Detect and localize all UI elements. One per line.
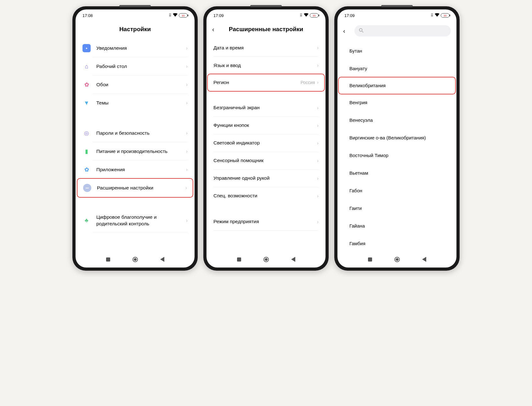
advanced-item-onehand[interactable]: Управление одной рукой › (208, 170, 324, 187)
chevron-right-icon: › (317, 219, 319, 225)
settings-item-advanced[interactable]: ••• Расширенные настройки › (77, 178, 193, 198)
nav-bar (76, 251, 195, 268)
themes-icon: ▼ (82, 99, 91, 107)
country-item[interactable]: Вьетнам (339, 164, 455, 182)
advanced-item-accessibility[interactable]: Спец. возможности › (208, 187, 324, 205)
chevron-right-icon: › (186, 218, 188, 223)
settings-item-themes[interactable]: ▼ Темы › (77, 94, 193, 112)
wifi-icon (304, 13, 308, 18)
country-item[interactable]: Гайана (339, 217, 455, 235)
search-icon (359, 28, 364, 34)
search-input[interactable] (354, 25, 451, 37)
country-label: Вануату (349, 65, 448, 72)
country-item[interactable]: Великобритания (338, 77, 456, 94)
settings-item-notifications[interactable]: ▪ Уведомления › (77, 39, 193, 57)
country-label: Бутан (349, 48, 448, 54)
chevron-right-icon: › (186, 82, 188, 87)
chevron-right-icon: › (185, 185, 187, 191)
chevron-right-icon: › (317, 105, 319, 111)
nav-back-button[interactable] (290, 257, 296, 262)
phone-advanced-settings: 17:09 ⠿ 11 ‹ Расширенные настройки Дата … (203, 6, 329, 271)
chevron-right-icon: › (317, 158, 319, 164)
apps-icon: ✿ (82, 166, 91, 174)
settings-item-wallpaper[interactable]: ✿ Обои › (77, 76, 193, 94)
country-label: Восточный Тимор (349, 152, 448, 159)
nav-back-button[interactable] (421, 257, 427, 262)
item-label: Режим предприятия (213, 218, 317, 225)
battery-icon: 11 (179, 13, 188, 18)
country-item[interactable]: Восточный Тимор (339, 147, 455, 164)
chevron-right-icon: › (317, 140, 319, 146)
country-item[interactable]: Виргинские о-ва (Великобритания) (339, 129, 455, 147)
svg-line-1 (362, 31, 363, 32)
advanced-icon: ••• (83, 184, 91, 192)
item-label: Безграничный экран (213, 104, 317, 111)
country-item[interactable]: Венгрия (339, 94, 455, 111)
advanced-item-quickball[interactable]: Сенсорный помощник › (208, 152, 324, 170)
nav-home-button[interactable] (132, 257, 138, 262)
chevron-right-icon: › (317, 80, 319, 85)
status-bar: 17:09 ⠿ 11 (337, 9, 456, 21)
advanced-item-datetime[interactable]: Дата и время › (208, 39, 324, 57)
advanced-item-led[interactable]: Световой индикатор › (208, 134, 324, 152)
country-label: Венгрия (349, 99, 448, 106)
advanced-item-enterprise[interactable]: Режим предприятия › (208, 213, 324, 231)
country-label: Гамбия (349, 240, 448, 247)
settings-item-security[interactable]: ◎ Пароли и безопасность › (77, 124, 193, 142)
nav-back-button[interactable] (159, 257, 165, 262)
header: ‹ (337, 21, 456, 42)
status-bar: 17:09 ⠿ 11 (207, 9, 325, 21)
country-label: Великобритания (349, 82, 448, 89)
item-label: Язык и ввод (213, 62, 317, 69)
chevron-right-icon: › (186, 100, 188, 106)
battery-settings-icon: ▮ (82, 147, 91, 155)
item-label: Темы (96, 100, 186, 106)
country-label: Виргинские о-ва (Великобритания) (349, 135, 448, 141)
settings-item-battery[interactable]: ▮ Питание и производительность › (77, 142, 193, 161)
item-label: Управление одной рукой (213, 175, 317, 182)
item-label: Спец. возможности (213, 193, 317, 199)
item-label: Расширенные настройки (97, 185, 185, 191)
nav-recents-button[interactable] (236, 257, 242, 262)
item-value: Россия (301, 80, 315, 85)
nav-home-button[interactable] (394, 257, 400, 262)
country-item[interactable]: Габон (339, 182, 455, 200)
item-label: Регион (213, 79, 301, 86)
wallpaper-icon: ✿ (82, 81, 91, 89)
header: ‹ Расширенные настройки (207, 21, 325, 39)
nav-recents-button[interactable] (367, 257, 373, 262)
settings-item-home[interactable]: ⌂ Рабочий стол › (77, 57, 193, 76)
chevron-right-icon: › (186, 149, 188, 154)
battery-icon: 11 (441, 13, 450, 18)
item-label: Цифровое благополучие и родительский кон… (96, 214, 186, 227)
back-button[interactable]: ‹ (343, 27, 352, 35)
settings-item-apps[interactable]: ✿ Приложения › (77, 161, 193, 179)
chevron-right-icon: › (317, 176, 319, 181)
country-item[interactable]: Бутан (339, 42, 455, 60)
country-item[interactable]: Гамбия (339, 235, 455, 251)
nav-home-button[interactable] (263, 257, 269, 262)
country-item[interactable]: Гаити (339, 200, 455, 217)
chevron-right-icon: › (186, 130, 188, 136)
advanced-item-buttons[interactable]: Функции кнопок › (208, 117, 324, 134)
chevron-right-icon: › (317, 123, 319, 128)
settings-item-wellbeing[interactable]: ♣ Цифровое благополучие и родительский к… (77, 209, 193, 232)
country-item[interactable]: Вануату (339, 60, 455, 77)
advanced-item-language[interactable]: Язык и ввод › (208, 57, 324, 74)
security-icon: ◎ (82, 129, 91, 137)
item-label: Рабочий стол (96, 63, 186, 70)
chevron-right-icon: › (186, 167, 188, 172)
wifi-icon (435, 13, 439, 18)
nav-recents-button[interactable] (105, 257, 111, 262)
status-bar: 17:08 ⠿ 11 (76, 9, 195, 21)
wellbeing-icon: ♣ (82, 217, 91, 225)
chevron-right-icon: › (317, 193, 319, 199)
page-title: Расширенные настройки (212, 26, 320, 33)
item-label: Пароли и безопасность (96, 130, 186, 137)
country-label: Вьетнам (349, 170, 448, 176)
item-label: Питание и производительность (96, 148, 186, 155)
battery-icon: 11 (310, 13, 319, 18)
advanced-item-fullscreen[interactable]: Безграничный экран › (208, 99, 324, 117)
advanced-item-region[interactable]: Регион Россия › (207, 74, 325, 92)
country-item[interactable]: Венесуэла (339, 111, 455, 129)
